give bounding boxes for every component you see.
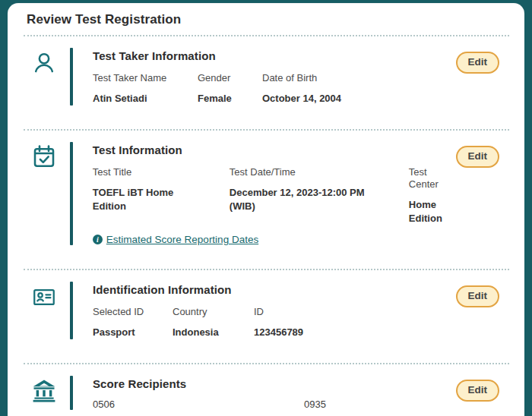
field-value-test-title: TOEFL iBT Home Edition [93,186,208,213]
field-value-gender: Female [198,92,249,106]
field-value-test-taker-name: Atin Setiadi [93,92,184,106]
field-label-country: Country [173,306,240,318]
person-icon [30,49,58,78]
section-heading: Score Recipients [93,377,456,390]
field-label-test-taker-name: Test Taker Name [93,72,184,84]
field-label-test-center: Test Center [409,166,442,191]
info-icon: i [93,235,103,244]
section-separator [24,363,509,364]
field-value-id: 123456789 [254,326,442,339]
field-value-country: Indonesia [173,326,240,339]
id-card-icon [30,283,58,312]
section-heading: Test Taker Information [93,49,456,62]
section-test-information: Test Information Test Title TOEFL iBT Ho… [8,142,524,245]
field-value-date-of-birth: October 14, 2004 [262,92,442,106]
title-separator [24,35,509,36]
section-rule [70,142,73,245]
section-rule [70,48,73,106]
section-heading: Test Information [93,143,456,156]
section-rule [70,282,73,339]
bank-icon [30,377,58,406]
edit-test-information-button[interactable]: Edit [456,146,500,168]
edit-score-recipients-button[interactable]: Edit [456,380,500,402]
score-recipient-code: 0506 [93,399,290,410]
page-title: Review Test Registration [8,3,524,27]
field-label-id: ID [254,306,442,318]
field-value-test-center: Home Edition [409,198,442,225]
section-heading: Identification Information [93,283,456,296]
field-label-date-of-birth: Date of Birth [262,72,442,84]
edit-test-taker-button[interactable]: Edit [456,52,500,74]
section-separator [24,269,509,270]
review-registration-card: Review Test Registration Test Taker Info… [8,3,524,416]
field-value-test-datetime: December 12, 2023-12:00 PM (WIB) [230,186,391,213]
section-score-recipients: Score Recipients 0506 0935 Edit [8,376,524,410]
field-value-selected-id: Passport [93,326,159,339]
section-separator [24,129,509,131]
field-label-test-title: Test Title [93,166,216,178]
estimated-score-reporting-dates-link[interactable]: Estimated Score Reporting Dates [106,234,258,245]
section-identification-information: Identification Information Selected ID P… [8,282,524,339]
calendar-check-icon [30,143,58,172]
edit-identification-button[interactable]: Edit [456,285,500,307]
section-test-taker-information: Test Taker Information Test Taker Name A… [8,48,524,106]
field-label-test-datetime: Test Date/Time [230,166,395,178]
score-recipient-code: 0935 [304,399,442,410]
field-label-selected-id: Selected ID [93,306,159,318]
section-rule [70,376,73,410]
field-label-gender: Gender [198,72,249,84]
